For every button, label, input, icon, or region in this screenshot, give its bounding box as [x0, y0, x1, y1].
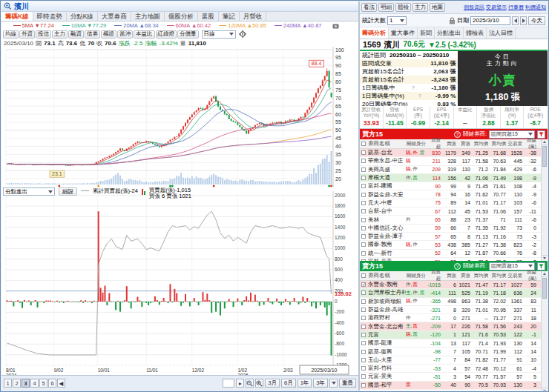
top-button-主力[interactable]: 主力 — [412, 3, 428, 12]
top-link-到價通知[interactable]: 到價通知 — [525, 4, 546, 11]
filter-icon[interactable] — [537, 262, 545, 270]
table-row[interactable]: 港商野村作-2710271--71.2727118 — [360, 314, 541, 322]
rtab-重大事件[interactable]: 重大事件 — [389, 27, 418, 39]
scroll-down-icon[interactable] — [542, 388, 548, 391]
range-button-1年[interactable]: 1年 — [297, 379, 312, 388]
row-checkbox[interactable] — [361, 193, 366, 197]
row-checkbox[interactable] — [361, 176, 366, 180]
help-icon[interactable]: ? — [454, 263, 461, 270]
scroll-box[interactable] — [223, 379, 234, 388]
scroll-up-icon[interactable] — [542, 271, 548, 277]
buy-table-scrollbar[interactable] — [541, 139, 548, 261]
top-link-行事曆[interactable]: 行事曆 — [508, 4, 524, 11]
row-checkbox[interactable] — [361, 350, 366, 354]
rtab-分點進出[interactable]: 分點進出 — [435, 27, 464, 39]
tab-個股分析[interactable]: 個股分析 — [165, 12, 198, 21]
page-button-◀[interactable]: ◀ — [57, 379, 65, 388]
gear-icon[interactable] — [239, 30, 246, 38]
table-row[interactable]: 群益金鼎-高雄-321832971.0170.9533711 — [360, 306, 541, 314]
row-checkbox[interactable] — [361, 167, 366, 172]
tab-月營收[interactable]: 月營收 — [240, 12, 267, 21]
table-row[interactable]: 摩根大通作,當1141564271.0671.49198-9 — [360, 174, 541, 182]
toolbar-button-融資[interactable]: 融資 — [68, 30, 84, 39]
table-row[interactable]: 元大-中壢75891471.0171.17103-6 — [360, 199, 541, 207]
scroll-up-icon[interactable] — [542, 139, 548, 145]
row-checkbox[interactable] — [361, 383, 366, 388]
table-row[interactable]: 富邦-竹科-5345772.4870.1261-4 — [360, 365, 541, 373]
page-button-3[interactable]: 3 — [22, 379, 30, 388]
toolbar-button-本益比[interactable]: 本益比 — [134, 30, 155, 39]
toolbar-button-投信[interactable]: 投信 — [36, 30, 51, 39]
table-row[interactable]: 群益金鼎-潭子5765871.1371.1673-3 — [360, 233, 541, 241]
toolbar-button-借券[interactable]: 借券 — [85, 30, 100, 39]
row-checkbox[interactable] — [361, 251, 366, 256]
table-row[interactable]: 玉山-大里-7778471.8271.779110 — [360, 356, 541, 365]
flow-settings-button[interactable]: 細設 — [59, 187, 77, 196]
row-checkbox[interactable] — [361, 325, 366, 329]
row-checkbox[interactable] — [361, 184, 366, 188]
date-next-button[interactable] — [520, 16, 527, 25]
tab-分點K線[interactable]: 分點K線 — [67, 12, 98, 21]
row-checkbox[interactable] — [361, 226, 366, 230]
page-button-2[interactable]: 2 — [13, 379, 21, 388]
page-button-4[interactable]: 4 — [30, 379, 39, 388]
row-checkbox[interactable] — [361, 234, 366, 239]
toolbar-button-主力[interactable]: 主力 — [52, 30, 68, 39]
page-button-5[interactable]: 5 — [39, 379, 47, 388]
overlay-button[interactable]: 重疊 — [339, 379, 356, 388]
row-checkbox[interactable] — [361, 341, 366, 345]
toolbar-button-權證[interactable]: 權證 — [101, 30, 116, 39]
table-row[interactable]: 永豐金-北台南主,當-2091722671.5871.5624320 — [360, 322, 541, 330]
range-button-3年[interactable]: 3年 — [313, 379, 328, 388]
period-select[interactable]: 日線 — [202, 30, 236, 39]
table-row[interactable]: 統一-新竹52641271.8770.6676-8 — [360, 250, 541, 258]
table-row[interactable]: 凱基-台北隔,外,當830117934971.2571.681528-38 — [360, 149, 541, 157]
table-row[interactable]: 富邦-建國9099971.4571.61108-4 — [360, 182, 541, 190]
stat-days-select[interactable]: 1 — [387, 16, 407, 25]
top-button-明細[interactable]: 明細 — [378, 3, 394, 12]
camera-icon[interactable] — [332, 23, 339, 29]
table-row[interactable]: 中國信託-文心5966771.3571.92730 — [360, 225, 541, 233]
top-link-個股資訊[interactable]: 個股資訊 — [464, 4, 484, 11]
tab-主力地圖[interactable]: 主力地圖 — [131, 12, 165, 21]
rtab-新聞[interactable]: 新聞 — [418, 27, 435, 39]
row-checkbox[interactable] — [361, 333, 366, 337]
table-row[interactable]: 群益金鼎-大安78941671.6270.77110-9 — [360, 190, 541, 199]
row-checkbox[interactable] — [361, 308, 366, 312]
row-checkbox[interactable]: ✓ — [361, 282, 366, 287]
play-button[interactable]: ▸ — [236, 379, 244, 388]
row-checkbox[interactable] — [361, 209, 366, 213]
candlestick-chart[interactable]: 1009590858075706560555045403530252088.42… — [1, 47, 358, 187]
help-icon[interactable]: ? — [418, 93, 421, 99]
tab-選股[interactable]: 選股 — [198, 12, 219, 21]
help-icon[interactable]: ? — [454, 131, 461, 138]
table-row[interactable]: 元富-景美-5135470.7771.57575 — [360, 373, 541, 381]
toolbar-button-外資[interactable]: 外資 — [19, 30, 35, 39]
row-checkbox[interactable] — [361, 159, 366, 163]
tab-筆記[interactable]: 筆記 — [219, 12, 240, 21]
table-row[interactable]: ✓永豐金-敦南作,當-10156102171.4771.17102759 — [360, 281, 541, 289]
date-prev-button[interactable] — [512, 16, 519, 25]
page-button-1[interactable]: 1 — [4, 379, 12, 388]
table-row[interactable]: 國票-和平當-50409070.570.931303 — [360, 382, 541, 390]
top-button-體檢[interactable]: 體檢 — [395, 3, 411, 12]
row-checkbox[interactable] — [361, 316, 366, 320]
range-button-3月[interactable]: 3月 — [265, 379, 280, 388]
table-row[interactable]: 台新-台中671124571.5371.06157-11 — [360, 207, 541, 216]
flow-source-select[interactable]: 分點進出 — [3, 187, 55, 196]
rtab-體檢表[interactable]: 體檢表 — [464, 27, 487, 39]
toolbar-button-紅綠燈[interactable]: 紅綠燈 — [156, 30, 177, 39]
zoom-out-button[interactable] — [246, 379, 254, 388]
row-checkbox[interactable] — [361, 150, 366, 155]
table-row[interactable]: 美商高盛隔,作20931911071.271.84429-6 — [360, 166, 541, 174]
scrollbar-thumb[interactable] — [542, 278, 547, 299]
tab-大單券商[interactable]: 大單券商 — [98, 12, 131, 21]
zoom-in-button[interactable] — [255, 379, 263, 388]
top-button-地圖[interactable]: 地圖 — [430, 3, 445, 12]
help-icon[interactable]: ? — [412, 85, 415, 90]
scrollbar-thumb[interactable] — [542, 146, 547, 167]
date-input[interactable] — [470, 16, 510, 25]
table-row[interactable]: 國票-龍潭-1041311771.471.9313014 — [360, 339, 541, 348]
row-checkbox[interactable] — [361, 374, 366, 379]
top-link-交易警示[interactable]: 交易警示 — [486, 4, 507, 11]
